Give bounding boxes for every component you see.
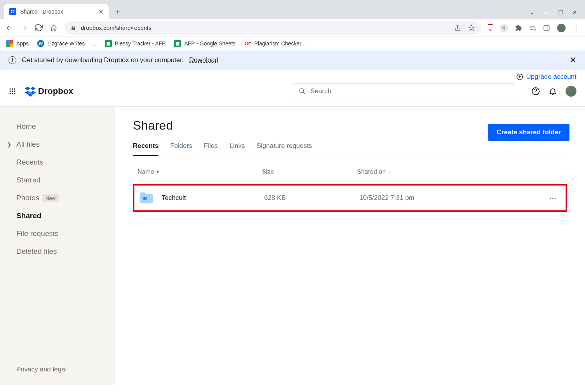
back-icon[interactable]	[5, 24, 13, 32]
column-size[interactable]: Size	[262, 168, 357, 175]
chevron-down-icon[interactable]: ⌄	[529, 9, 534, 16]
create-shared-folder-button[interactable]: Create shared folder	[488, 124, 569, 141]
url-text: dropbox.com/share/recents	[81, 24, 151, 31]
sheets-icon: ▦	[105, 40, 112, 47]
sheets-icon: ▦	[174, 40, 181, 47]
sort-icon: ▾	[157, 169, 159, 175]
table-header: Name▾ Size Shared on↓	[133, 163, 567, 181]
tab-title: Shared - Dropbox	[20, 9, 94, 15]
sidebar-item-recents[interactable]: Recents	[0, 153, 115, 171]
svg-point-11	[299, 88, 304, 93]
tab-files[interactable]: Files	[204, 142, 218, 156]
reading-list-icon[interactable]	[529, 24, 536, 31]
tab-signature-requests[interactable]: Signature requests	[256, 142, 312, 156]
omnibox[interactable]: dropbox.com/share/recents	[64, 21, 481, 35]
tab-folders[interactable]: Folders	[170, 142, 192, 156]
browser-tab-bar: Shared - Dropbox ✕ + ⌄ ― ☐ ✕	[0, 0, 585, 19]
help-icon[interactable]	[531, 87, 540, 95]
maximize-icon[interactable]: ☐	[558, 9, 563, 16]
sort-asc-icon: ↓	[388, 169, 390, 175]
lock-icon	[71, 25, 76, 31]
bookmark-blessy[interactable]: ▦Blessy Tracker - AFP	[105, 40, 166, 47]
bookmark-lizgrace[interactable]: WLizgrace Writes —...	[37, 40, 96, 47]
dropbox-icon	[25, 86, 36, 97]
column-name[interactable]: Name▾	[138, 168, 262, 175]
chrome-menu-icon[interactable]: ⋮	[573, 24, 580, 32]
reload-icon[interactable]	[35, 24, 43, 32]
search-icon	[299, 88, 306, 95]
apps-icon	[6, 40, 13, 47]
share-icon[interactable]	[454, 24, 461, 31]
dropbox-header: Dropbox Search	[0, 81, 585, 106]
tab-links[interactable]: Links	[230, 142, 245, 156]
search-input[interactable]: Search	[293, 83, 514, 99]
svg-point-3	[12, 88, 13, 90]
svg-point-7	[14, 90, 15, 92]
bookmarks-bar: Apps WLizgrace Writes —... ▦Blessy Track…	[0, 36, 585, 50]
bookmark-plagiarism[interactable]: SSTPlagiarism Checker...	[244, 40, 305, 47]
svg-point-10	[14, 93, 15, 94]
sidebar-item-home[interactable]: Home	[0, 118, 115, 135]
search-placeholder: Search	[310, 87, 331, 95]
download-banner: i Get started by downloading Dropbox on …	[0, 50, 585, 70]
row-size: 628 KB	[264, 194, 359, 202]
chevron-right-icon: ❯	[7, 141, 12, 147]
sidebar-item-file-requests[interactable]: File requests	[0, 225, 115, 243]
minimize-icon[interactable]: ―	[543, 9, 549, 16]
extensions-icon[interactable]	[515, 24, 522, 31]
chrome-avatar[interactable]	[557, 24, 566, 32]
wordpress-icon: W	[37, 40, 44, 47]
content-tabs: Recents Folders Files Links Signature re…	[133, 142, 567, 156]
row-name: Techcult	[162, 194, 264, 202]
highlighted-row: 👥 Techcult 628 KB 10/5/2022 7:31 pm ⋯	[133, 184, 567, 212]
side-panel-icon[interactable]	[543, 24, 550, 31]
svg-point-2	[10, 88, 11, 90]
sidebar-item-deleted[interactable]: Deleted files	[0, 243, 115, 260]
sidebar-item-starred[interactable]: Starred	[0, 171, 115, 189]
info-icon: i	[9, 56, 16, 64]
home-icon[interactable]	[50, 24, 57, 32]
svg-point-9	[12, 93, 13, 94]
svg-point-6	[12, 90, 13, 92]
row-shared-on: 10/5/2022 7:31 pm	[359, 194, 549, 202]
profile-k-icon[interactable]: K	[500, 24, 508, 32]
app-switcher-icon[interactable]	[9, 87, 16, 95]
new-badge: New	[42, 194, 59, 202]
privacy-link[interactable]: Privacy and legal	[0, 361, 115, 378]
mcafee-icon[interactable]: ⌄	[488, 24, 493, 32]
bookmark-afp[interactable]: ▦AFP - Google Sheets	[174, 40, 235, 47]
sst-icon: SST	[244, 40, 251, 47]
window-controls: ⌄ ― ☐ ✕	[529, 9, 581, 16]
close-tab-icon[interactable]: ✕	[98, 8, 103, 16]
close-banner-icon[interactable]: ✕	[569, 55, 576, 65]
content-area: Shared Create shared folder Recents Fold…	[115, 107, 585, 385]
svg-rect-0	[544, 26, 549, 30]
bookmark-apps[interactable]: Apps	[6, 40, 29, 47]
close-window-icon[interactable]: ✕	[573, 9, 577, 16]
table-divider	[133, 215, 567, 215]
svg-point-5	[10, 90, 11, 92]
forward-icon[interactable]	[20, 24, 28, 32]
table-row[interactable]: 👥 Techcult 628 KB 10/5/2022 7:31 pm ⋯	[135, 186, 565, 210]
download-link[interactable]: Download	[189, 56, 219, 64]
upgrade-link[interactable]: Upgrade account	[516, 73, 576, 81]
dropbox-logo[interactable]: Dropbox	[25, 86, 73, 97]
bell-icon[interactable]	[548, 87, 557, 95]
banner-text: Get started by downloading Dropbox on yo…	[22, 56, 184, 64]
sidebar: Home ❯All files Recents Starred PhotosNe…	[0, 107, 115, 385]
account-avatar[interactable]	[566, 86, 576, 97]
sidebar-item-shared[interactable]: Shared	[0, 207, 115, 225]
column-shared-on[interactable]: Shared on↓	[357, 168, 562, 175]
dropbox-favicon	[9, 8, 16, 15]
browser-tab[interactable]: Shared - Dropbox ✕	[4, 4, 109, 19]
svg-point-4	[14, 88, 15, 90]
svg-point-8	[10, 93, 11, 94]
new-tab-button[interactable]: +	[112, 6, 124, 18]
sidebar-item-all-files[interactable]: ❯All files	[0, 135, 115, 153]
bookmark-star-icon[interactable]	[468, 24, 475, 31]
address-bar: dropbox.com/share/recents ⌄ K ⋮	[0, 19, 585, 36]
row-actions-icon[interactable]: ⋯	[549, 194, 560, 202]
tab-recents[interactable]: Recents	[133, 142, 158, 156]
sidebar-item-photos[interactable]: PhotosNew	[0, 189, 115, 207]
top-right-bar: Upgrade account	[0, 70, 585, 81]
